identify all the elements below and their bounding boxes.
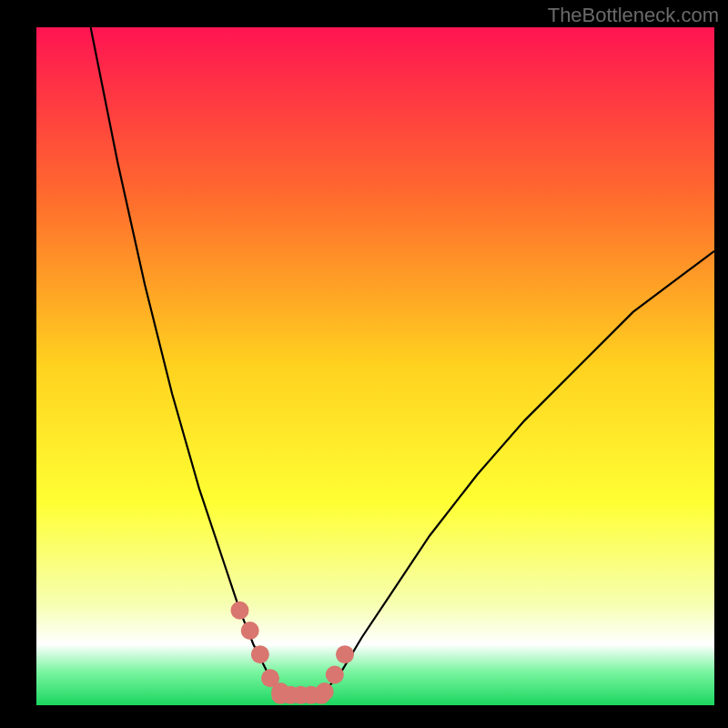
data-marker: [336, 645, 354, 663]
data-marker: [251, 645, 269, 663]
plot-background: [36, 27, 714, 705]
data-marker: [241, 622, 259, 640]
chart-container: TheBottleneck.com: [0, 0, 728, 728]
data-marker: [326, 665, 344, 683]
data-marker: [316, 682, 334, 701]
watermark-text: TheBottleneck.com: [548, 4, 719, 27]
data-marker: [231, 602, 249, 620]
bottleneck-chart: [0, 0, 728, 728]
